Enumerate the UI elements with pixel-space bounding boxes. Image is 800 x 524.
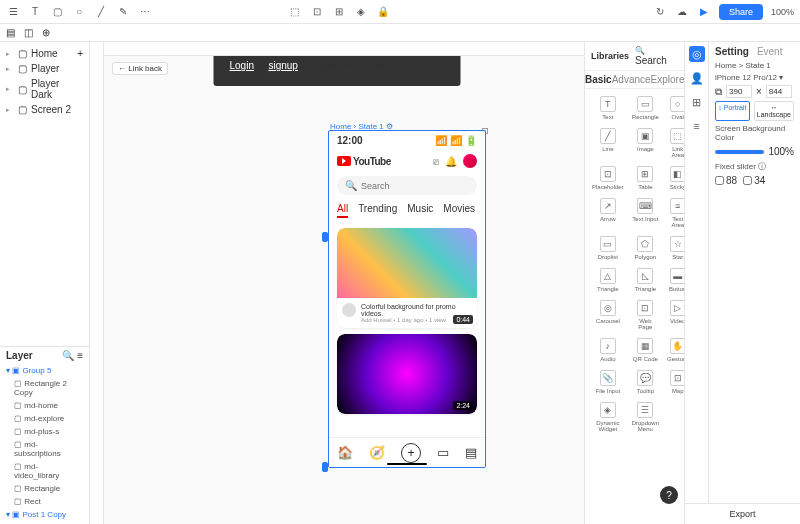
link-dims-icon[interactable]: ⧉ <box>715 86 722 98</box>
layer-item[interactable]: ▢ md-video_library <box>0 460 89 482</box>
play-icon[interactable]: ▶ <box>697 5 711 19</box>
lib-item-text-input[interactable]: ⌨Text Input <box>629 195 662 231</box>
layer-item[interactable]: ▢ Rectangle <box>0 482 89 495</box>
phone-frame[interactable]: 12:00 📶 📶 🔋 YouTube ⎚ 🔔 🔍 AllTrendingMus… <box>328 130 486 468</box>
lib-item-map[interactable]: ⊡Map <box>664 367 684 397</box>
line-tool-icon[interactable]: ╱ <box>94 5 108 19</box>
nav-explore-icon[interactable]: 🧭 <box>369 445 385 460</box>
side-target-icon[interactable]: ◎ <box>689 46 705 62</box>
lib-item-droplist[interactable]: ▭Droplist <box>589 233 627 263</box>
search-box[interactable]: 🔍 <box>337 176 477 195</box>
category-tab[interactable]: All <box>337 203 348 218</box>
lib-tab[interactable]: Basic <box>585 74 612 85</box>
layer-search-icon[interactable]: 🔍 ≡ <box>62 350 83 361</box>
share-button[interactable]: Share <box>719 4 763 20</box>
lib-item-audio[interactable]: ♪Audio <box>589 335 627 365</box>
nav-home-icon[interactable]: 🏠 <box>337 445 353 460</box>
nav-subs-icon[interactable]: ▭ <box>437 445 449 460</box>
text-tool-icon[interactable]: T <box>28 5 42 19</box>
lib-item-rectangle[interactable]: ▭Rectangle <box>629 93 662 123</box>
lib-item-star[interactable]: ☆Star <box>664 233 684 263</box>
add-icon[interactable]: ⊕ <box>42 27 54 39</box>
layer-item[interactable]: ▾ ▣ Group 5 <box>0 364 89 377</box>
lib-item-sticky[interactable]: ◧Sticky <box>664 163 684 193</box>
portrait-button[interactable]: ↕ Portrait <box>715 101 750 121</box>
layer-item[interactable]: ▾ ▣ Post 1 Copy <box>0 508 89 521</box>
lib-item-arrow[interactable]: ↗Arrow <box>589 195 627 231</box>
side-user-icon[interactable]: 👤 <box>689 70 705 86</box>
lib-item-video[interactable]: ▷Video <box>664 297 684 333</box>
help-button[interactable]: ? <box>660 486 678 504</box>
tab-event[interactable]: Event <box>757 46 783 57</box>
lib-item-table[interactable]: ⊞Table <box>629 163 662 193</box>
canvas[interactable]: ← Link back Login or signup to duplicate… <box>90 42 584 524</box>
group-icon[interactable]: ⊞ <box>332 5 346 19</box>
lib-item-link-area[interactable]: ⬚Link Area <box>664 125 684 161</box>
side-grid-icon[interactable]: ⊞ <box>689 94 705 110</box>
lib-tab[interactable]: Explore <box>651 74 685 85</box>
lock-icon[interactable]: 🔒 <box>376 5 390 19</box>
tab-setting[interactable]: Setting <box>715 46 749 57</box>
cast-icon[interactable]: ⎚ <box>433 156 439 167</box>
assets-icon[interactable]: ◫ <box>24 27 36 39</box>
component-icon[interactable]: ◈ <box>354 5 368 19</box>
lib-item-tooltip[interactable]: 💬Tooltip <box>629 367 662 397</box>
history-icon[interactable]: ↻ <box>653 5 667 19</box>
nav-add-icon[interactable]: + <box>401 443 421 463</box>
lib-item-web-page[interactable]: ⊡Web Page <box>629 297 662 333</box>
menu-icon[interactable]: ☰ <box>6 5 20 19</box>
category-tab[interactable]: Movies <box>443 203 475 218</box>
page-item[interactable]: ▸▢Home+ <box>0 46 89 61</box>
lib-tab[interactable]: Advance <box>612 74 651 85</box>
page-tree-icon[interactable]: ▤ <box>6 27 18 39</box>
video-card-2[interactable]: 2:24 <box>337 334 477 414</box>
layer-item[interactable]: ▢ md-plus-s <box>0 425 89 438</box>
layer-item[interactable]: ▢ Rectangle 2 Copy <box>0 377 89 399</box>
export-button[interactable]: Export <box>684 503 800 524</box>
fixed-bottom-check[interactable] <box>743 176 752 185</box>
lib-item-qr-code[interactable]: ▦QR Code <box>629 335 662 365</box>
lib-item-carousel[interactable]: ◎Carousel <box>589 297 627 333</box>
lib-item-text-area[interactable]: ≡Text Area <box>664 195 684 231</box>
signup-link[interactable]: signup <box>268 60 297 71</box>
pen-tool-icon[interactable]: ✎ <box>116 5 130 19</box>
lib-item-oval[interactable]: ○Oval <box>664 93 684 123</box>
lib-item-polygon[interactable]: ⬠Polygon <box>629 233 662 263</box>
lib-item-gesture[interactable]: ✋Gesture <box>664 335 684 365</box>
lib-item-dropdown-menu[interactable]: ☰Dropdown Menu <box>629 399 662 435</box>
cloud-icon[interactable]: ☁ <box>675 5 689 19</box>
page-item[interactable]: ▸▢Player <box>0 61 89 76</box>
lib-item-dynamic-widget[interactable]: ◈Dynamic Widget <box>589 399 627 435</box>
video-card-1[interactable]: 0:44 Colorful background for promo video… <box>337 228 477 328</box>
libraries-search[interactable]: 🔍 Search <box>635 46 678 66</box>
more-tool-icon[interactable]: ⋯ <box>138 5 152 19</box>
side-layers-icon[interactable]: ≡ <box>689 118 705 134</box>
lib-item-button[interactable]: ▬Button <box>664 265 684 295</box>
device-select[interactable]: iPhone 12 Pro/12 ▾ <box>715 73 794 82</box>
fixed-top-check[interactable] <box>715 176 724 185</box>
category-tab[interactable]: Music <box>407 203 433 218</box>
bell-icon[interactable]: 🔔 <box>445 156 457 167</box>
layer-item[interactable]: ▢ md-subscriptions <box>0 438 89 460</box>
lib-item-placeholder[interactable]: ⊡Placeholder <box>589 163 627 193</box>
lib-item-triangle[interactable]: △Triangle <box>589 265 627 295</box>
oval-tool-icon[interactable]: ○ <box>72 5 86 19</box>
layer-item[interactable]: ▢ Rect <box>0 495 89 508</box>
lib-item-image[interactable]: ▣Image <box>629 125 662 161</box>
rect-tool-icon[interactable]: ▢ <box>50 5 64 19</box>
channel-avatar[interactable] <box>342 303 356 317</box>
category-tab[interactable]: Trending <box>358 203 397 218</box>
youtube-logo[interactable]: YouTube <box>337 156 391 167</box>
page-item[interactable]: ▸▢Player Dark <box>0 76 89 102</box>
landscape-button[interactable]: ↔ Landscape <box>754 101 794 121</box>
avatar[interactable] <box>463 154 477 168</box>
lib-item-file-input[interactable]: 📎File Input <box>589 367 627 397</box>
lib-item-triangle[interactable]: ◺Triangle <box>629 265 662 295</box>
layer-item[interactable]: ▢ md-explore <box>0 412 89 425</box>
distribute-icon[interactable]: ⊡ <box>310 5 324 19</box>
bg-color-slider[interactable] <box>715 150 764 154</box>
lib-item-text[interactable]: TText <box>589 93 627 123</box>
nav-library-icon[interactable]: ▤ <box>465 445 477 460</box>
height-input[interactable] <box>766 85 792 98</box>
link-back-tag[interactable]: ← Link back <box>112 62 168 75</box>
